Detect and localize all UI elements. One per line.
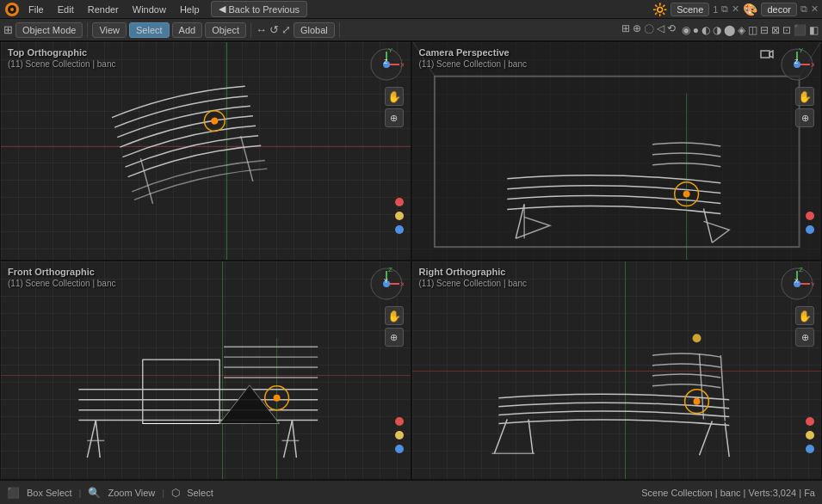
hand-tool-right[interactable]: ✋: [795, 306, 814, 325]
status-bar: ⬛ Box Select | 🔍 Zoom View | ⬡ Select Sc…: [0, 480, 822, 504]
svg-marker-31: [769, 51, 773, 58]
hand-tool-cam[interactable]: ✋: [795, 87, 814, 106]
shading-controls: ◉ ● ◐ ◑ ⬤ ◈ ◫ ⊟ ⊠ ⊡ ⬛ ◧: [682, 24, 819, 36]
decor-copy-icon[interactable]: ⧉: [800, 3, 807, 15]
menu-file[interactable]: File: [22, 3, 50, 16]
menu-edit[interactable]: Edit: [52, 3, 80, 16]
svg-text:Z: Z: [799, 267, 803, 274]
svg-point-2: [10, 8, 14, 11]
dot-blue-right: [806, 445, 814, 453]
nav-controls-right: ✋ ⊕: [795, 306, 814, 347]
svg-text:Z: Z: [794, 58, 799, 65]
blender-logo[interactable]: [3, 1, 21, 18]
viewport-top-orthographic[interactable]: Top Orthographic (11) Scene Collection |…: [0, 41, 411, 261]
svg-text:Y: Y: [799, 47, 804, 54]
camera-scene: [412, 42, 822, 260]
dot-yellow-right: [806, 431, 814, 439]
svg-line-58: [699, 353, 703, 419]
svg-text:Z: Z: [384, 58, 388, 65]
status-left-section: ⬛ Box Select | 🔍 Zoom View | ⬡ Select: [7, 487, 634, 499]
scene-name[interactable]: Scene: [671, 3, 709, 16]
dot-red-cam: [806, 212, 814, 220]
snap-icons: ⊞ ⊕ 〇 ◁ ⟲: [621, 22, 676, 37]
svg-text:X: X: [400, 280, 404, 288]
viewport-camera[interactable]: Camera Perspective (11) Scene Collection…: [411, 41, 823, 261]
main-toolbar: ⊞ Object Mode View Select Add Object ↔ ↺…: [0, 19, 822, 41]
svg-line-43: [284, 421, 293, 458]
scene-close-icon[interactable]: ✕: [732, 3, 739, 15]
vp-label-cam: Camera Perspective: [419, 47, 510, 58]
status-separator-1: |: [79, 488, 82, 498]
axis-indicator-front: Z X Y: [369, 267, 404, 301]
viewport-right[interactable]: Right Orthographic (11) Scene Collection…: [411, 261, 823, 480]
svg-point-62: [693, 398, 700, 405]
scene-info: Scene Collection | banc | Verts:3,024 | …: [641, 488, 815, 498]
nav-controls-front: ✋ ⊕: [385, 306, 404, 347]
menu-help[interactable]: Help: [174, 3, 206, 16]
box-select-label: Box Select: [27, 488, 72, 498]
svg-line-42: [96, 421, 100, 458]
select-menu[interactable]: Select: [129, 22, 170, 38]
separator-2: [250, 22, 251, 38]
dot-indicators-front: [395, 417, 404, 453]
svg-line-44: [292, 421, 296, 458]
zoom-tool-top[interactable]: ⊕: [385, 108, 404, 127]
svg-text:Y: Y: [811, 280, 814, 288]
back-label: Back to Previous: [229, 4, 300, 15]
zoom-tool-right[interactable]: ⊕: [795, 328, 814, 347]
object-menu[interactable]: Object: [205, 22, 246, 38]
decor-close-icon[interactable]: ✕: [811, 3, 819, 15]
dot-yellow-top: [395, 212, 404, 220]
dot-indicators-cam: [806, 212, 814, 234]
svg-rect-32: [143, 360, 219, 423]
object-mode-dropdown[interactable]: Object Mode: [15, 22, 83, 38]
svg-text:X: X: [400, 61, 404, 69]
dot-blue-top: [395, 225, 404, 234]
front-scene: [1, 261, 411, 479]
zoom-tool-cam[interactable]: ⊕: [795, 108, 814, 127]
status-separator-2: |: [162, 488, 164, 498]
scene-copy-icon[interactable]: ⧉: [721, 3, 728, 15]
svg-marker-47: [219, 385, 279, 424]
dot-blue-front: [395, 445, 404, 453]
axis-indicator-right: Z Y X: [780, 267, 814, 301]
dot-yellow-front: [395, 431, 404, 439]
svg-line-41: [87, 421, 96, 458]
vp-label-front: Front Orthographic: [8, 267, 95, 277]
dot-red-right: [806, 417, 814, 426]
back-icon: ◀: [219, 3, 226, 15]
zoom-tool-front[interactable]: ⊕: [385, 328, 404, 347]
dot-blue-cam: [806, 225, 814, 234]
viewport-grid: Top Orthographic (11) Scene Collection |…: [0, 41, 822, 480]
svg-line-59: [720, 355, 725, 421]
vp-label-right: Right Orthographic: [419, 267, 506, 277]
magnify-icon: 🔍: [88, 487, 101, 499]
nav-controls-top: ✋ ⊕: [385, 87, 404, 127]
top-ortho-scene: [1, 42, 411, 260]
menu-window[interactable]: Window: [127, 3, 172, 16]
view-menu[interactable]: View: [92, 22, 127, 38]
axis-indicator-cam: Y X Z: [780, 47, 814, 82]
dot-indicators-right: [806, 417, 814, 453]
dot-red-front: [395, 417, 404, 426]
svg-text:X: X: [794, 278, 799, 284]
decor-name[interactable]: decor: [761, 3, 797, 16]
cursor-icon: ⬛: [7, 487, 20, 499]
scene-section: 🔆 Scene 1 ⧉ ✕ 🎨 decor ⧉ ✕: [652, 3, 819, 16]
svg-rect-14: [434, 77, 799, 247]
add-menu[interactable]: Add: [172, 22, 203, 38]
camera-icon: [760, 47, 774, 63]
hand-tool-front[interactable]: ✋: [385, 306, 404, 325]
svg-line-4: [241, 136, 253, 181]
svg-line-17: [516, 205, 524, 239]
svg-text:Y: Y: [384, 278, 388, 284]
zoom-view-label: Zoom View: [108, 488, 155, 498]
global-dropdown[interactable]: Global: [294, 22, 335, 38]
menu-render[interactable]: Render: [82, 3, 125, 16]
back-to-previous-button[interactable]: ◀ Back to Previous: [211, 1, 308, 17]
hand-tool-top[interactable]: ✋: [385, 87, 404, 106]
separator-3: [339, 22, 340, 38]
nav-controls-cam: ✋ ⊕: [795, 87, 814, 127]
viewport-front[interactable]: Front Orthographic (11) Scene Collection…: [0, 261, 411, 480]
vp-collection-front: (11) Scene Collection | banc: [8, 279, 115, 288]
